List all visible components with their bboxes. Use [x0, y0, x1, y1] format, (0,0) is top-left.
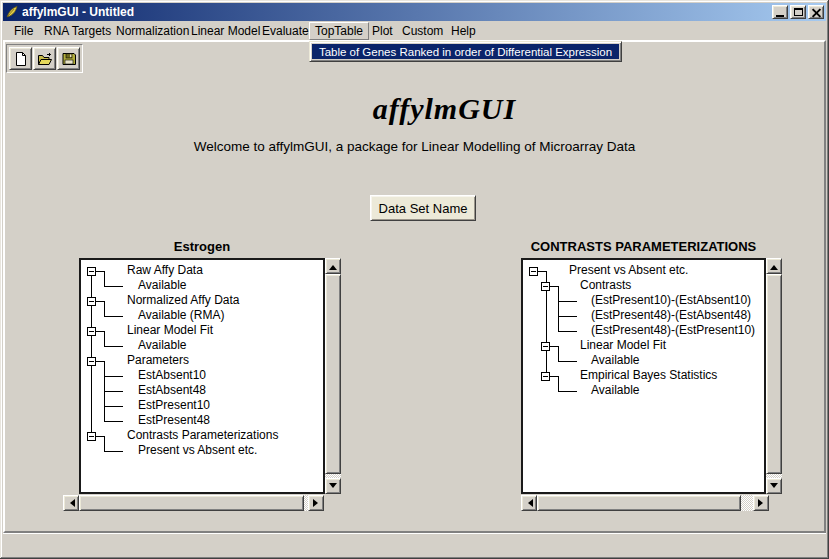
dataset-name-button[interactable]: Data Set Name [370, 195, 476, 221]
app-title: affylmGUI [35, 92, 829, 126]
tree-connector-line [104, 286, 123, 287]
tree-connector-line [558, 316, 577, 317]
tree-expand-toggle[interactable] [87, 267, 96, 276]
menu-item-file[interactable]: File [8, 22, 39, 40]
client-area: affylmGUI Welcome to affylmGUI, a packag… [3, 40, 826, 533]
tree-expand-toggle[interactable] [541, 282, 550, 291]
tree-expand-toggle[interactable] [541, 372, 550, 381]
left-tree-vertical-scrollbar[interactable] [325, 258, 341, 494]
tree-expand-toggle[interactable] [87, 327, 96, 336]
tree-item-label[interactable]: Contrasts Parameterizations [127, 428, 278, 443]
menu-item-toptable[interactable]: TopTable [309, 22, 369, 40]
tree-item-label[interactable]: Available [591, 383, 639, 398]
scroll-up-button[interactable] [325, 258, 341, 274]
tree-item-label[interactable]: (EstPresent48)-(EstAbsent48) [591, 308, 751, 323]
maximize-icon [794, 8, 803, 16]
tree-item-label[interactable]: Empirical Bayes Statistics [580, 368, 717, 383]
tree-item-label[interactable]: Linear Model Fit [580, 338, 666, 353]
maximize-button[interactable] [790, 5, 806, 19]
scroll-left-button[interactable] [521, 495, 537, 511]
tree-connector-line [104, 451, 123, 452]
toolbar [6, 44, 83, 73]
menu-item-custom[interactable]: Custom [396, 22, 449, 40]
tree-item-label[interactable]: Present vs Absent etc. [569, 263, 688, 278]
tree-connector-line [104, 437, 105, 452]
menu-item-plot[interactable]: Plot [366, 22, 399, 40]
tree-connector-line [104, 346, 123, 347]
tree-item-label[interactable]: Available [591, 353, 639, 368]
scrollbar-thumb[interactable] [325, 274, 341, 474]
new-document-icon [13, 51, 29, 67]
scroll-left-button[interactable] [63, 495, 79, 511]
tree-item-label[interactable]: Available (RMA) [138, 308, 224, 323]
menu-item-normalization[interactable]: Normalization [110, 22, 195, 40]
tree-item-label[interactable]: Available [138, 338, 186, 353]
tree-item-label[interactable]: Normalized Affy Data [127, 293, 240, 308]
dropdown-item-toptable-genes[interactable]: Table of Genes Ranked in order of Differ… [312, 44, 619, 59]
tree-item-label[interactable]: Raw Affy Data [127, 263, 203, 278]
tree-item-label[interactable]: Linear Model Fit [127, 323, 213, 338]
titlebar[interactable]: affylmGUI - Untitled [3, 3, 826, 21]
right-tree-vertical-scrollbar[interactable] [766, 258, 782, 494]
scroll-right-button[interactable] [308, 495, 324, 511]
tree-connector-line [91, 271, 92, 437]
tree-connector-line [558, 331, 577, 332]
scroll-right-button[interactable] [753, 495, 769, 511]
toptable-dropdown-menu: Table of Genes Ranked in order of Differ… [309, 41, 622, 62]
right-tree-horizontal-scrollbar[interactable] [521, 495, 769, 511]
arrow-up-icon [770, 261, 778, 270]
open-file-button[interactable] [33, 47, 56, 70]
scroll-up-button[interactable] [766, 258, 782, 274]
menu-item-evaluate[interactable]: Evaluate [256, 22, 315, 40]
arrow-up-icon [329, 261, 337, 270]
close-button[interactable] [808, 5, 824, 19]
tree-item-label[interactable]: Parameters [127, 353, 189, 368]
scroll-down-button[interactable] [325, 478, 341, 494]
tree-connector-line [104, 391, 123, 392]
tree-connector-line [104, 316, 123, 317]
scroll-down-button[interactable] [766, 478, 782, 494]
menu-item-linear-model[interactable]: Linear Model [185, 22, 266, 40]
right-tree-header: CONTRASTS PARAMETERIZATIONS [521, 239, 766, 254]
menu-item-help[interactable]: Help [445, 22, 482, 40]
left-tree-listbox[interactable]: AvailableRaw Affy DataAvailable (RMA)Nor… [79, 258, 325, 494]
minimize-icon [776, 15, 784, 17]
tree-expand-toggle[interactable] [529, 267, 538, 276]
tree-connector-line [104, 406, 123, 407]
save-file-button[interactable] [57, 47, 80, 70]
scrollbar-thumb[interactable] [537, 495, 741, 511]
arrow-down-icon [329, 483, 337, 492]
tree-item-label[interactable]: Present vs Absent etc. [138, 443, 257, 458]
open-folder-icon [37, 51, 53, 67]
tree-item-label[interactable]: EstPresent48 [138, 413, 210, 428]
right-tree-listbox[interactable]: (EstPresent10)-(EstAbsent10)(EstPresent4… [521, 258, 766, 494]
tree-expand-toggle[interactable] [541, 342, 550, 351]
scrollbar-thumb[interactable] [766, 274, 782, 474]
save-floppy-icon [61, 51, 77, 67]
tree-item-label[interactable]: Available [138, 278, 186, 293]
tree-item-label[interactable]: (EstPresent48)-(EstPresent10) [591, 323, 755, 338]
tree-expand-toggle[interactable] [87, 297, 96, 306]
tree-connector-line [558, 361, 577, 362]
tree-expand-toggle[interactable] [87, 432, 96, 441]
new-file-button[interactable] [9, 47, 32, 70]
tree-connector-line [558, 301, 577, 302]
arrow-left-icon [524, 499, 533, 507]
minimize-button[interactable] [772, 5, 788, 19]
menu-item-rna-targets[interactable]: RNA Targets [38, 22, 117, 40]
tree-connector-line [558, 377, 559, 392]
tree-connector-line [104, 302, 105, 317]
window-title: affylmGUI - Untitled [22, 3, 769, 21]
tree-connector-line [558, 347, 559, 362]
tree-item-label[interactable]: EstAbsent48 [138, 383, 206, 398]
scrollbar-thumb[interactable] [79, 495, 304, 511]
tree-item-label[interactable]: EstAbsent10 [138, 368, 206, 383]
tree-item-label[interactable]: (EstPresent10)-(EstAbsent10) [591, 293, 751, 308]
tree-expand-toggle[interactable] [87, 357, 96, 366]
tree-connector-line [104, 362, 105, 422]
tree-item-label[interactable]: Contrasts [580, 278, 631, 293]
tree-item-label[interactable]: EstPresent10 [138, 398, 210, 413]
tk-feather-icon [5, 5, 19, 19]
tree-connector-line [104, 376, 123, 377]
left-tree-horizontal-scrollbar[interactable] [63, 495, 324, 511]
